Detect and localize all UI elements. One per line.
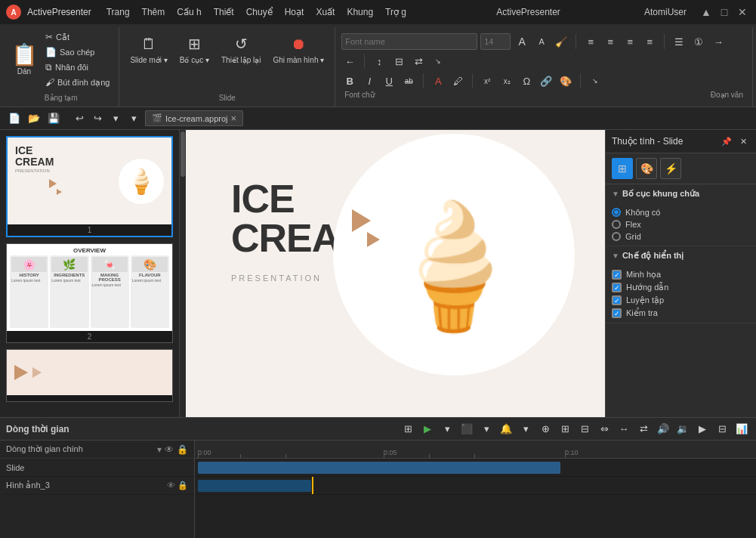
close-button[interactable]: ✕ — [735, 5, 750, 20]
superscript-button[interactable]: x² — [479, 73, 495, 89]
special-char-button[interactable]: Ω — [518, 73, 535, 89]
redo-dropdown-button[interactable]: ▾ — [125, 110, 142, 127]
timeline-record-btn[interactable]: ⬛ — [458, 421, 475, 438]
align-right-button[interactable]: ≡ — [622, 33, 638, 50]
timeline-nav1[interactable]: ⊕ — [537, 421, 554, 438]
scrollbar-thumb[interactable] — [181, 131, 185, 177]
timeline-play-button[interactable]: ▶ — [419, 421, 436, 438]
columns-button[interactable]: ⊟ — [390, 53, 407, 70]
slide-thumb-2[interactable]: OVERVIEW 🌸 HISTORY Lorem ipsum text 🌿 IN… — [6, 243, 173, 343]
font-size-input[interactable] — [480, 33, 511, 50]
indent-button[interactable]: → — [710, 33, 727, 50]
layout-button[interactable]: ⊞ Bố cục ▾ — [175, 30, 214, 67]
reset-button[interactable]: ↺ Thiết lập lại — [217, 30, 265, 67]
timeline-nav4[interactable]: ⇔ — [596, 421, 613, 438]
font-more-button[interactable]: ↘ — [587, 73, 603, 89]
save-button[interactable]: 💾 — [45, 110, 62, 127]
radio-no-layout[interactable]: Không có — [612, 208, 750, 217]
checkbox-guide[interactable]: ✓ Hướng dẫn — [612, 283, 750, 292]
cut-button[interactable]: ✂ Cắt — [42, 30, 113, 44]
timeline-mode-btn1[interactable]: ⊞ — [400, 421, 416, 438]
slide-thumb-1[interactable]: ICECREAM PRESENTATION 🍦 1 — [6, 136, 173, 237]
subscript-button[interactable]: x₂ — [498, 73, 515, 89]
radio-grid[interactable]: Grid — [612, 232, 750, 241]
props-pin-button[interactable]: 📌 — [720, 134, 733, 148]
link-button[interactable]: 🔗 — [538, 73, 554, 89]
image-timeline-block[interactable] — [198, 480, 311, 492]
checkbox-practice[interactable]: ✓ Luyện tập — [612, 295, 750, 305]
text-direction-button[interactable]: ⇄ — [410, 53, 427, 70]
checkbox-test[interactable]: ✓ Kiểm tra — [612, 308, 750, 318]
undo-dropdown-button[interactable]: ▾ — [107, 110, 124, 127]
font-color-button[interactable]: A — [430, 73, 446, 89]
format-painter-button[interactable]: 🖌 Bút đính dạng — [42, 76, 113, 89]
font-size-decrease-button[interactable]: A — [533, 33, 550, 50]
line-spacing-button[interactable]: ↕ — [371, 53, 387, 70]
image-track-lock[interactable]: 🔒 — [177, 481, 188, 490]
highlight-button[interactable]: 🖊 — [449, 73, 466, 89]
align-center-button[interactable]: ≡ — [602, 33, 619, 50]
timeline-nav9[interactable]: ▶ — [694, 421, 711, 438]
main-track-eye[interactable]: 👁 — [165, 444, 174, 455]
menu-hoat[interactable]: Hoạt — [279, 4, 310, 20]
list-button[interactable]: ☰ — [671, 33, 687, 50]
timeline-nav3[interactable]: ⊟ — [576, 421, 593, 438]
timeline-nav7[interactable]: 🔊 — [655, 421, 671, 438]
bold-button[interactable]: B — [341, 73, 358, 89]
underline-button[interactable]: U — [381, 73, 397, 89]
slide-thumb-3[interactable] — [6, 349, 173, 402]
checkbox-demo[interactable]: ✓ Minh họa — [612, 270, 750, 280]
props-close-button[interactable]: ✕ — [736, 134, 750, 148]
timeline-play-dropdown[interactable]: ▾ — [439, 421, 455, 438]
menu-cau[interactable]: Cấu h — [171, 4, 207, 20]
timeline-nav2[interactable]: ⊞ — [557, 421, 573, 438]
undo-button[interactable]: ↩ — [71, 110, 88, 127]
slide-panel-scrollbar[interactable] — [180, 130, 186, 417]
radio-flex[interactable]: Flex — [612, 220, 750, 229]
props-section-layout-header[interactable]: ▼ Bố cục khung chứa — [606, 184, 756, 203]
more-para-button[interactable]: ↘ — [430, 53, 446, 70]
timeline-stop-dropdown[interactable]: ▾ — [478, 421, 495, 438]
timeline-nav8[interactable]: 🔉 — [674, 421, 691, 438]
timeline-cursor[interactable] — [312, 477, 313, 494]
font-size-increase-button[interactable]: A — [514, 33, 530, 50]
font-family-input[interactable] — [341, 33, 477, 50]
menu-trang[interactable]: Trang — [100, 4, 136, 20]
align-justify-button[interactable]: ≡ — [641, 33, 658, 50]
duplicate-button[interactable]: ⧉ Nhân đôi — [42, 60, 113, 74]
file-tab-close[interactable]: × — [231, 113, 237, 124]
menu-thiet[interactable]: Thiết — [208, 4, 240, 20]
props-tab-style[interactable]: 🎨 — [636, 158, 657, 179]
redo-button[interactable]: ↪ — [89, 110, 106, 127]
paste-button[interactable]: 📋 Dán — [9, 42, 39, 79]
minimize-button[interactable]: ▲ — [699, 5, 714, 20]
timeline-nav11[interactable]: 📊 — [733, 421, 750, 438]
timeline-alert-btn[interactable]: 🔔 — [498, 421, 514, 438]
new-slide-button[interactable]: 🗒 Slide mới ▾ — [125, 30, 171, 67]
strikethrough-button[interactable]: ab — [400, 73, 417, 89]
timeline-alert-dropdown[interactable]: ▾ — [517, 421, 534, 438]
timeline-nav10[interactable]: ⊟ — [714, 421, 730, 438]
menu-chuye[interactable]: Chuyể — [240, 4, 279, 20]
align-left-button[interactable]: ≡ — [582, 33, 599, 50]
menu-trog[interactable]: Trợ g — [379, 4, 412, 20]
main-track-dropdown[interactable]: ▾ — [157, 444, 162, 455]
props-section-display-header[interactable]: ▼ Chế độ hiển thị — [606, 246, 756, 265]
outdent-button[interactable]: ← — [341, 53, 358, 70]
menu-xuat[interactable]: Xuất — [310, 4, 341, 20]
timeline-nav5[interactable]: ↔ — [616, 421, 632, 438]
open-file-button[interactable]: 📂 — [26, 110, 42, 127]
record-button[interactable]: ⏺ Ghi màn hình ▾ — [268, 30, 329, 67]
timeline-nav6[interactable]: ⇄ — [635, 421, 652, 438]
new-file-button[interactable]: 📄 — [6, 110, 23, 127]
file-tab[interactable]: 🎬 Ice-cream.approj × — [145, 110, 243, 126]
props-tab-interactive[interactable]: ⚡ — [660, 158, 681, 179]
italic-button[interactable]: I — [361, 73, 378, 89]
image-track-eye[interactable]: 👁 — [167, 481, 175, 490]
menu-khung[interactable]: Khung — [341, 4, 379, 20]
slide-timeline-block[interactable] — [198, 462, 560, 474]
menu-them[interactable]: Thêm — [136, 4, 171, 20]
maximize-button[interactable]: □ — [717, 5, 732, 20]
main-track-lock[interactable]: 🔒 — [177, 444, 188, 455]
numbered-list-button[interactable]: ① — [690, 33, 707, 50]
